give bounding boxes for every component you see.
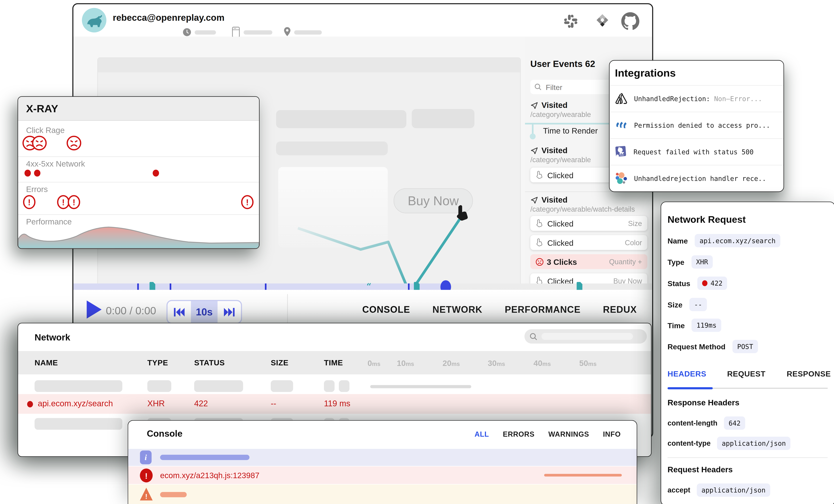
sentry-icon xyxy=(615,93,628,105)
tab-request[interactable]: REQUEST xyxy=(727,370,766,378)
browser-icon xyxy=(232,27,240,38)
search-icon xyxy=(530,333,537,340)
performance-area-chart xyxy=(18,224,259,248)
waterfall-tick: 30ms xyxy=(488,358,505,368)
network-error-dot[interactable] xyxy=(153,170,159,177)
event-card-label: Clicked xyxy=(547,171,573,180)
console-tab-warnings[interactable]: WARNINGS xyxy=(548,430,589,438)
request-field-value: 422 xyxy=(697,277,727,290)
skip-forward-button[interactable] xyxy=(218,301,241,323)
event-path: /category/wearable/watch-details xyxy=(530,205,635,213)
xray-click-rage-label: Click Rage xyxy=(26,126,65,134)
console-row-error[interactable]: ! ecom.xyz/a213qh.js:123987 xyxy=(128,466,637,484)
request-field-value: api.ecom.xyz/search xyxy=(695,234,781,247)
skip-amount[interactable]: 10s xyxy=(191,301,218,323)
event-card-clicked[interactable]: Clicked Size xyxy=(530,216,647,231)
visited-icon xyxy=(530,102,538,110)
devtools-tabs: CONSOLE NETWORK PERFORMANCE REDUX xyxy=(362,304,637,315)
event-type[interactable]: Visited xyxy=(542,195,567,204)
request-size: -- xyxy=(271,399,276,409)
xray-divider xyxy=(18,214,259,215)
visited-icon xyxy=(530,196,538,204)
ttr-connector-drop xyxy=(532,123,533,134)
network-row-skeleton[interactable] xyxy=(18,378,651,394)
waterfall-tick: 40ms xyxy=(533,358,551,368)
tab-redux[interactable]: REDUX xyxy=(603,304,637,315)
integration-text: UnhandledRejection: xyxy=(634,95,710,103)
event-type[interactable]: Visited xyxy=(542,101,567,110)
xray-header: X-RAY xyxy=(18,97,259,121)
col-time[interactable]: TIME xyxy=(324,358,343,367)
play-button[interactable] xyxy=(86,299,103,320)
event-card-rage-clicks[interactable]: 3 Clicks Quantity + xyxy=(530,254,647,269)
event-type[interactable]: Visited xyxy=(542,146,567,155)
angry-face-icon[interactable] xyxy=(31,135,47,151)
section-divider xyxy=(667,457,828,458)
network-error-dot[interactable] xyxy=(24,170,31,177)
slack-icon[interactable] xyxy=(563,13,579,29)
request-field-value: XHR xyxy=(691,255,713,268)
error-badge-icon[interactable]: ! xyxy=(67,195,81,210)
waterfall-tick: 0ms xyxy=(368,358,380,368)
header-row-content-type: content-type application/json xyxy=(667,437,791,450)
console-row-info[interactable]: i xyxy=(128,449,637,466)
bugsnag-icon xyxy=(615,119,628,132)
svg-text:!: ! xyxy=(72,197,75,207)
meta-bar xyxy=(294,30,322,35)
tab-network[interactable]: NETWORK xyxy=(432,304,482,315)
integration-row-datadog[interactable]: Request failed with status 500 xyxy=(610,139,784,165)
col-type[interactable]: TYPE xyxy=(147,358,168,367)
event-child[interactable]: Time to Render xyxy=(543,126,598,135)
event-card-label: Clicked xyxy=(547,219,573,228)
console-tab-all[interactable]: ALL xyxy=(475,430,489,438)
request-headers-title: Request Headers xyxy=(667,465,733,474)
integration-row-bugsnag[interactable]: Permission denied to access pro... xyxy=(610,112,784,138)
network-row-error[interactable]: api.ecom.xyz/search XHR 422 -- 119 ms xyxy=(18,394,651,414)
integration-row-elastic[interactable]: Unhandledrejection handler rece.. xyxy=(610,166,784,192)
avatar xyxy=(82,8,106,32)
network-error-dot[interactable] xyxy=(34,170,40,177)
console-tab-info[interactable]: INFO xyxy=(603,430,621,438)
waterfall-tick: 10ms xyxy=(397,358,414,368)
angry-face-icon[interactable] xyxy=(66,135,82,151)
console-row-warning[interactable]: ! xyxy=(128,485,637,504)
col-size[interactable]: SIZE xyxy=(271,358,288,367)
pointer-hand-icon xyxy=(535,219,543,228)
tab-performance[interactable]: PERFORMANCE xyxy=(505,304,580,315)
pointer-hand-icon xyxy=(535,171,543,179)
xray-title: X-RAY xyxy=(26,103,58,115)
integration-row-sentry[interactable]: UnhandledRejection: Non—Error... xyxy=(610,86,784,112)
location-pin-icon xyxy=(284,27,291,37)
xray-divider xyxy=(18,156,259,157)
integration-text: Request failed with status 500 xyxy=(634,148,754,156)
meta-bar xyxy=(195,30,216,35)
event-card-detail: Quantity + xyxy=(609,258,642,266)
error-badge-icon[interactable]: ! xyxy=(240,195,254,210)
event-card-detail: Color xyxy=(625,239,642,246)
col-name[interactable]: NAME xyxy=(35,358,58,367)
tab-console[interactable]: CONSOLE xyxy=(362,304,410,315)
github-icon[interactable] xyxy=(621,12,639,30)
event-card-label: Clicked xyxy=(547,238,573,247)
tab-response[interactable]: RESPONSE xyxy=(787,370,831,378)
request-name: api.ecom.xyz/search xyxy=(38,399,113,409)
col-status[interactable]: STATUS xyxy=(194,358,225,367)
jira-icon[interactable] xyxy=(594,13,611,30)
request-type: XHR xyxy=(147,399,165,409)
session-header: rebecca@openreplay.com xyxy=(73,4,652,37)
skip-back-button[interactable] xyxy=(168,301,191,323)
request-field-status: Status 422 xyxy=(667,277,727,290)
network-search-box[interactable] xyxy=(524,329,647,344)
request-field-value: -- xyxy=(689,298,707,311)
waterfall-tick: 50ms xyxy=(579,358,597,368)
event-card-detail: Size xyxy=(628,219,642,227)
console-title: Console xyxy=(147,429,182,439)
timeline-track[interactable]: “ xyxy=(73,284,652,290)
tab-headers[interactable]: HEADERS xyxy=(667,370,706,378)
log-skeleton-bar xyxy=(544,474,622,477)
console-tab-errors[interactable]: ERRORS xyxy=(503,430,534,438)
event-card-clicked[interactable]: Clicked Color xyxy=(530,235,647,250)
error-badge-icon[interactable]: ! xyxy=(22,195,36,210)
integration-text-muted: Non—Error... xyxy=(714,95,762,103)
request-field-method: Request Method POST xyxy=(667,340,758,353)
